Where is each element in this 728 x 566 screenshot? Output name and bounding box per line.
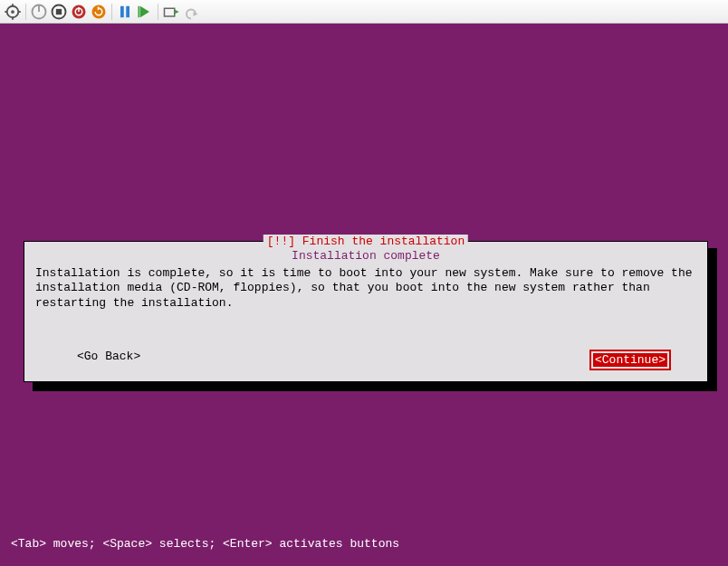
svg-point-13 [92,5,106,18]
svg-rect-18 [139,5,140,17]
continue-button[interactable]: <Continue> [593,353,667,367]
continue-button-highlight: <Continue> [589,350,671,370]
help-footer: <Tab> moves; <Space> selects; <Enter> ac… [11,537,399,551]
svg-point-1 [11,10,14,14]
vm-display: [!!] Finish the installation Installatio… [0,24,728,566]
restart-icon[interactable] [90,3,108,21]
snapshot-icon[interactable] [162,3,180,21]
installer-dialog: [!!] Finish the installation Installatio… [24,241,708,382]
toolbar-separator [25,4,26,20]
play-icon[interactable] [136,3,154,21]
dialog-subtitle: Installation complete [24,249,707,263]
pause-icon[interactable] [116,3,134,21]
dialog-title: [!!] Finish the installation [263,235,468,248]
svg-rect-19 [165,8,175,16]
vm-toolbar [0,0,728,24]
power-icon[interactable] [30,3,48,21]
dialog-button-row: <Go Back> <Continue> [24,350,707,370]
toolbar-separator [111,4,112,20]
svg-marker-20 [175,9,179,14]
settings-icon[interactable] [4,3,22,21]
svg-rect-9 [56,8,62,14]
svg-rect-15 [120,5,124,17]
shutdown-icon[interactable] [70,3,88,21]
svg-rect-16 [126,5,129,17]
svg-marker-17 [140,5,149,17]
go-back-button[interactable]: <Go Back> [77,350,140,370]
undo-icon[interactable] [182,3,200,21]
toolbar-separator [158,4,158,20]
stop-icon[interactable] [50,3,68,21]
console-screen: [!!] Finish the installation Installatio… [11,34,717,551]
dialog-body: Installation is complete, so it is time … [35,266,696,311]
